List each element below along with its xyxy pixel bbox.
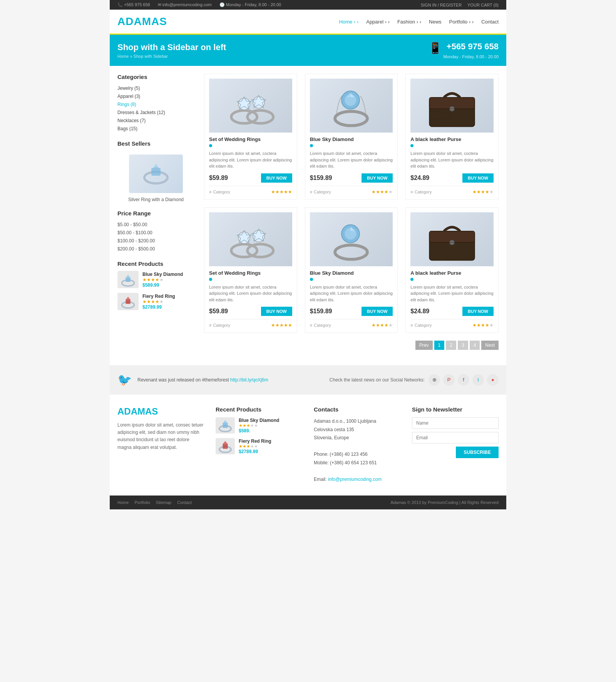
signin-link[interactable]: SIGN IN / REGISTER (421, 3, 462, 7)
site-logo: ADAMAS (117, 15, 167, 28)
hero-title: Shop with a Sidebar on left (117, 42, 226, 52)
category-icon: ≡ (410, 190, 413, 194)
footer-link-home[interactable]: Home (117, 500, 129, 505)
product-footer: $159.89 BUY NOW (310, 173, 393, 183)
bestsellers-section: Best Sellers ‹ › (117, 140, 194, 151)
newsletter-name-input[interactable] (412, 417, 499, 429)
product-desc: Lorem ipsum dolor sit amet, coctera adip… (410, 150, 494, 170)
footer-email-link[interactable]: info@premiumcoding.com (328, 477, 382, 482)
list-item: Bags (15) (117, 124, 194, 133)
footer-copyright: Adamas © 2013 by PremiumCoding | All Rig… (390, 500, 499, 505)
product-meta: ≡ Category ★★★★★ (209, 186, 292, 195)
product-dot (410, 278, 413, 281)
pinterest-icon[interactable]: P (443, 374, 455, 386)
buy-button[interactable]: BUY NOW (362, 307, 393, 316)
product-desc: Lorem ipsum dolor sit amet, coctera adip… (410, 284, 494, 303)
price-range-4[interactable]: $200.00 - $500.00 (117, 246, 155, 252)
nav-news[interactable]: News (429, 19, 442, 25)
buy-button[interactable]: BUY NOW (362, 173, 393, 183)
product-stars: ★★★★★ (472, 189, 494, 195)
cat-rings[interactable]: Rings (8) (117, 102, 136, 107)
product-card: A black leather Purse Lorem ipsum dolor … (405, 74, 499, 200)
product-category: ≡ Category (209, 323, 230, 328)
cart-link[interactable]: YOUR CART (0) (467, 3, 499, 7)
twitter-bar: 🐦 Revenant was just released on #themefo… (110, 365, 506, 394)
price-range-title: Price Range (117, 210, 194, 217)
product-image (209, 212, 292, 266)
product-meta: ≡ Category ★★★★★ (310, 186, 393, 195)
blue-diamond-svg (314, 81, 388, 130)
svg-point-21 (335, 111, 367, 126)
wedding-rings-svg (213, 81, 288, 130)
nav-contact[interactable]: Contact (481, 19, 499, 25)
twitter-social-icon[interactable]: t (472, 374, 484, 386)
footer-bottom: Home Portfolio Sitemap Contact Adamas © … (110, 496, 506, 509)
product-dot (310, 144, 313, 147)
svg-point-32 (247, 244, 273, 257)
footer-product-image-2 (216, 438, 235, 454)
breadcrumb-home[interactable]: Home (117, 54, 129, 59)
footer-link-sitemap[interactable]: Sitemap (156, 500, 171, 505)
category-icon: ≡ (410, 323, 413, 328)
list-item: Rings (8) (117, 100, 194, 108)
cat-bags[interactable]: Bags (15) (117, 126, 137, 131)
twitter-link[interactable]: http://bit.ly/qoXj6m (230, 377, 268, 383)
pagination-page-2[interactable]: 2 (446, 341, 456, 350)
buy-button[interactable]: BUY NOW (462, 173, 494, 183)
recent-ring-svg-2 (119, 294, 138, 309)
svg-marker-51 (223, 441, 227, 444)
footer-link-contact[interactable]: Contact (177, 500, 192, 505)
product-price: $59.89 (209, 175, 228, 181)
main-wrapper: Categories Jewelry (5) Apparel (3) Rings… (110, 66, 506, 365)
pagination-next[interactable]: Next (481, 341, 499, 350)
cat-jewelry[interactable]: Jewelry (5) (117, 86, 140, 91)
footer-contacts-title: Contacts (314, 406, 400, 413)
pagination-page-1[interactable]: 1 (434, 341, 445, 350)
hero-phone: 📱 +565 975 658 Monday - Friday, 8.00 - 2… (429, 42, 499, 59)
nav-fashion[interactable]: Fashion › (397, 19, 421, 25)
bestseller-name: Silver Ring with a Diamond (117, 197, 194, 202)
buy-button[interactable]: BUY NOW (261, 173, 292, 183)
pagination-prev[interactable]: Prev (415, 341, 433, 350)
cat-dresses[interactable]: Dresses & Jackets (12) (117, 110, 165, 115)
nav-apparel[interactable]: Apparel › (366, 19, 390, 25)
product-dot (209, 144, 212, 147)
subscribe-button[interactable]: SUBSCRIBE (456, 447, 499, 458)
footer-link-portfolio[interactable]: Portfolio (134, 500, 150, 505)
price-range-1[interactable]: $5.00 - $50.00 (117, 222, 147, 227)
cat-apparel[interactable]: Apparel (3) (117, 94, 140, 99)
newsletter-email-input[interactable] (412, 432, 499, 443)
price-range-3[interactable]: $100.00 - $200.00 (117, 238, 155, 244)
nav-portfolio[interactable]: Portfolio › (449, 19, 474, 25)
footer-desc: Lorem ipsum dolor sit amet, consec tetue… (117, 422, 204, 451)
buy-button[interactable]: BUY NOW (261, 307, 292, 316)
price-range-2[interactable]: $50.00 - $100.00 (117, 230, 152, 235)
list-item: $100.00 - $200.00 (117, 237, 194, 245)
twitter-icon: 🐦 (117, 373, 132, 386)
categories-title: Categories (117, 74, 194, 80)
product-name: Blue Sky Diamond (310, 136, 393, 142)
product-stars: ★★★★★ (372, 189, 393, 195)
product-desc: Lorem ipsum dolor sit amet, coctera adip… (310, 150, 393, 170)
product-card: A black leather Purse Lorem ipsum dolor … (405, 207, 499, 333)
twitter-text: Revenant was just released on #themefore… (137, 377, 268, 383)
pagination-page-3[interactable]: 3 (458, 341, 468, 350)
pagination-page-4[interactable]: 4 (470, 341, 480, 350)
buy-button[interactable]: BUY NOW (462, 307, 494, 316)
svg-point-37 (335, 245, 367, 259)
footer-main: ADAMAS Lorem ipsum dolor sit amet, conse… (110, 394, 506, 496)
product-stars: ★★★★★ (472, 323, 494, 328)
svg-rect-50 (223, 443, 228, 449)
twitter-left: 🐦 Revenant was just released on #themefo… (117, 373, 330, 386)
sidebar: Categories Jewelry (5) Apparel (3) Rings… (117, 74, 194, 358)
dribbble-icon[interactable]: ● (487, 374, 499, 386)
nav-home[interactable]: Home › (339, 19, 359, 25)
facebook-icon[interactable]: f (458, 374, 469, 386)
product-desc: Lorem ipsum dolor sit amet, coctera adip… (310, 284, 393, 303)
cat-necklaces[interactable]: Necklaces (7) (117, 118, 146, 123)
rss-icon[interactable]: ⊕ (429, 374, 440, 386)
footer-contacts-col: Contacts Adamas d.o.o., 1000 Ljubljana C… (314, 406, 400, 484)
header: ADAMAS Home › Apparel › Fashion › News P… (110, 10, 506, 35)
recent-product-image-1 (117, 271, 139, 288)
product-dot (310, 278, 313, 281)
